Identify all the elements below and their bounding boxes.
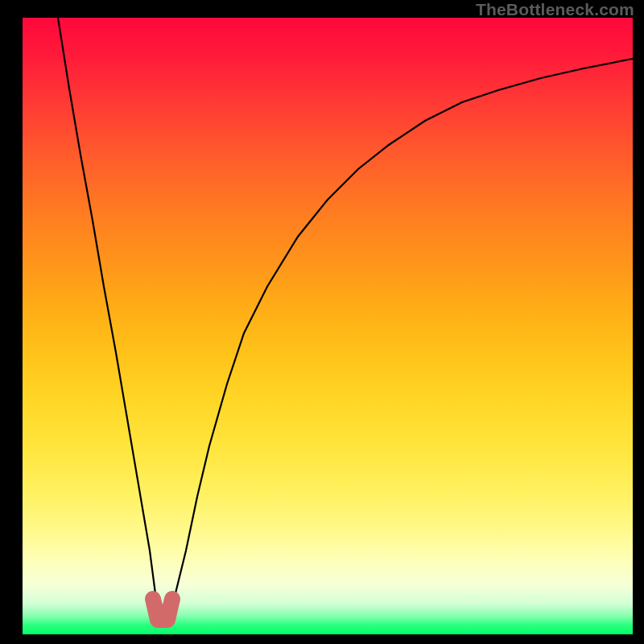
curve-path (58, 18, 633, 624)
chart-frame: TheBottleneck.com (0, 0, 644, 644)
bottleneck-curve (23, 18, 633, 634)
plot-area (23, 18, 633, 634)
watermark-text: TheBottleneck.com (476, 0, 634, 19)
optimal-range-marker (153, 599, 172, 620)
